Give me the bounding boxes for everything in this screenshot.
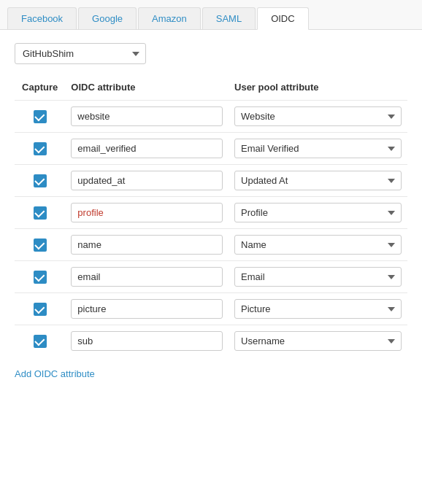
main-content: GitHubShim Capture OIDC attribute User p… [0,30,422,392]
oidc-attr-cell [65,293,229,325]
capture-checkbox[interactable] [34,206,47,220]
oidc-attr-cell [65,325,229,357]
pool-attr-select[interactable]: Name [234,235,402,255]
tab-saml[interactable]: SAML [202,7,256,29]
oidc-attr-cell [65,165,229,197]
pool-attr-cell: Email Verified [229,133,407,165]
capture-cell [15,261,65,293]
oidc-attr-input[interactable] [71,267,223,287]
pool-attr-select[interactable]: Updated At [234,171,402,190]
capture-cell [15,165,65,197]
oidc-attr-cell [65,261,229,293]
oidc-attr-input[interactable] [71,139,223,158]
table-row: Website [15,101,407,133]
capture-cell [15,101,65,133]
col-oidc: OIDC attribute [65,77,229,101]
capture-cell [15,293,65,325]
provider-dropdown[interactable]: GitHubShim [15,43,146,64]
capture-cell [15,133,65,165]
table-row: Profile [15,197,407,229]
capture-checkbox[interactable] [34,303,47,316]
capture-checkbox[interactable] [34,271,47,284]
capture-checkbox[interactable] [34,174,47,187]
table-row: Updated At [15,165,407,197]
oidc-attr-cell [65,101,229,133]
oidc-attr-input[interactable] [71,299,223,319]
pool-attr-select[interactable]: Email Verified [234,139,402,158]
oidc-attr-cell [65,229,229,261]
pool-attr-cell: Updated At [229,165,407,197]
oidc-attr-input[interactable] [71,331,223,351]
tab-bar: Facebook Google Amazon SAML OIDC [0,0,422,30]
capture-checkbox[interactable] [34,110,47,123]
capture-cell [15,197,65,229]
capture-checkbox[interactable] [34,142,47,155]
table-row: Email [15,261,407,293]
pool-attr-cell: Email [229,261,407,293]
provider-dropdown-wrapper: GitHubShim [15,43,407,64]
attribute-table: Capture OIDC attribute User pool attribu… [15,77,407,357]
oidc-attr-cell [65,133,229,165]
pool-attr-cell: Name [229,229,407,261]
oidc-attr-input[interactable] [71,106,223,126]
pool-attr-cell: Username [229,325,407,357]
pool-attr-cell: Picture [229,293,407,325]
add-oidc-attribute-link[interactable]: Add OIDC attribute [15,368,95,379]
pool-attr-cell: Profile [229,197,407,229]
pool-attr-select[interactable]: Profile [234,203,402,222]
tab-facebook[interactable]: Facebook [7,7,77,29]
pool-attr-select[interactable]: Username [234,331,402,351]
oidc-attr-input[interactable] [71,235,223,255]
table-row: Picture [15,293,407,325]
capture-cell [15,325,65,357]
pool-attr-select[interactable]: Website [234,106,402,126]
capture-checkbox[interactable] [34,239,47,252]
tab-google[interactable]: Google [78,7,137,29]
oidc-attr-input[interactable] [71,203,223,222]
tab-amazon[interactable]: Amazon [138,7,201,29]
table-row: Email Verified [15,133,407,165]
table-row: Name [15,229,407,261]
pool-attr-select[interactable]: Picture [234,299,402,319]
oidc-attr-input[interactable] [71,171,223,190]
capture-checkbox[interactable] [34,335,47,348]
pool-attr-select[interactable]: Email [234,267,402,287]
pool-attr-cell: Website [229,101,407,133]
capture-cell [15,229,65,261]
oidc-attr-cell [65,197,229,229]
col-pool: User pool attribute [229,77,407,101]
col-capture: Capture [15,77,65,101]
tab-oidc[interactable]: OIDC [257,7,309,30]
table-row: Username [15,325,407,357]
